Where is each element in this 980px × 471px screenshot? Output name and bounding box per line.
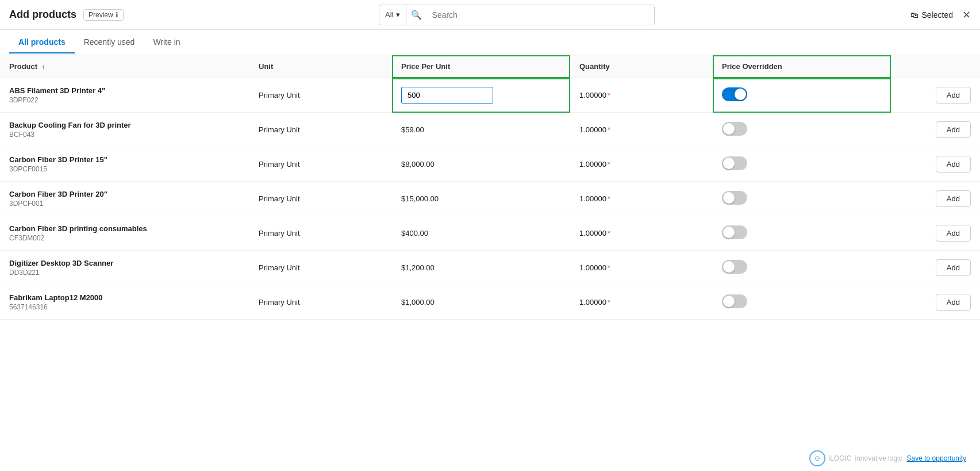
tabs-container: All products Recently used Write in bbox=[0, 30, 980, 55]
cell-unit-1: Primary Unit bbox=[249, 78, 392, 113]
toggle-knob-5 bbox=[723, 227, 735, 238]
cell-price-1[interactable] bbox=[392, 78, 570, 113]
cell-price-2: $59.00 bbox=[392, 113, 570, 147]
col-header-action bbox=[891, 55, 980, 78]
watermark-container: ⊙ iLOGIC innovative logic bbox=[809, 450, 902, 453]
cell-action-3: Add bbox=[891, 147, 980, 182]
cell-quantity-4: 1.00000* bbox=[570, 182, 713, 216]
toggle-switch-4[interactable] bbox=[722, 191, 747, 205]
cell-product-2: Backup Cooling Fan for 3D printerBCF043 bbox=[0, 113, 249, 147]
products-table: Product ↑ Unit Price Per Unit Quantity P… bbox=[0, 55, 980, 320]
add-button-6[interactable]: Add bbox=[936, 259, 971, 276]
table-row: Backup Cooling Fan for 3D printerBCF043P… bbox=[0, 113, 980, 147]
table-header-row: Product ↑ Unit Price Per Unit Quantity P… bbox=[0, 55, 980, 78]
toggle-switch-5[interactable] bbox=[722, 225, 747, 239]
required-star: * bbox=[608, 91, 610, 99]
cell-quantity-2: 1.00000* bbox=[570, 113, 713, 147]
cell-product-4: Carbon Fiber 3D Printer 20"3DPCF001 bbox=[0, 182, 249, 216]
col-header-price-per-unit: Price Per Unit bbox=[392, 55, 570, 78]
cell-override-3[interactable] bbox=[713, 147, 891, 182]
product-name: Carbon Fiber 3D printing consumables bbox=[9, 224, 240, 233]
toggle-switch-2[interactable] bbox=[722, 122, 747, 136]
search-filter-dropdown[interactable]: All ▾ bbox=[379, 5, 406, 25]
product-code: DD3D221 bbox=[9, 269, 240, 277]
product-name: Carbon Fiber 3D Printer 20" bbox=[9, 190, 240, 198]
table-row: Digitizer Desktop 3D ScannerDD3D221Prima… bbox=[0, 251, 980, 285]
toggle-knob-6 bbox=[723, 261, 735, 273]
cell-product-1: ABS Filament 3D Printer 4"3DPF022 bbox=[0, 78, 249, 113]
required-star: * bbox=[608, 298, 610, 307]
toggle-knob-4 bbox=[723, 192, 735, 204]
product-name: ABS Filament 3D Printer 4" bbox=[9, 86, 240, 95]
product-code: 3DPF022 bbox=[9, 96, 240, 104]
table-row: Carbon Fiber 3D Printer 20"3DPCF001Prima… bbox=[0, 182, 980, 216]
tab-all-products[interactable]: All products bbox=[9, 32, 75, 53]
cell-quantity-7: 1.00000* bbox=[570, 285, 713, 320]
close-button[interactable]: ✕ bbox=[962, 10, 971, 20]
toggle-switch-3[interactable] bbox=[722, 156, 747, 170]
tab-recently-used[interactable]: Recently used bbox=[75, 32, 144, 53]
required-star: * bbox=[608, 195, 610, 203]
selected-label: Selected bbox=[922, 10, 953, 20]
cell-override-5[interactable] bbox=[713, 216, 891, 251]
add-button-5[interactable]: Add bbox=[936, 225, 971, 242]
add-button-4[interactable]: Add bbox=[936, 190, 971, 207]
shopping-bag-icon: 🛍 bbox=[910, 10, 918, 20]
product-code: 3DPCF001 bbox=[9, 200, 240, 208]
search-filter-label: All bbox=[385, 10, 393, 19]
cell-unit-7: Primary Unit bbox=[249, 285, 392, 320]
add-button-1[interactable]: Add bbox=[936, 87, 971, 104]
cell-action-7: Add bbox=[891, 285, 980, 320]
table-row: ABS Filament 3D Printer 4"3DPF022Primary… bbox=[0, 78, 980, 113]
product-code: BCF043 bbox=[9, 131, 240, 139]
add-button-2[interactable]: Add bbox=[936, 121, 971, 138]
cell-quantity-3: 1.00000* bbox=[570, 147, 713, 182]
cell-price-7: $1,000.00 bbox=[392, 285, 570, 320]
cell-action-1: Add bbox=[891, 78, 980, 113]
required-star: * bbox=[608, 264, 610, 272]
info-icon: ℹ bbox=[116, 11, 118, 19]
col-header-product: Product ↑ bbox=[0, 55, 249, 78]
cell-unit-4: Primary Unit bbox=[249, 182, 392, 216]
cell-quantity-6: 1.00000* bbox=[570, 251, 713, 285]
cell-quantity-5: 1.00000* bbox=[570, 216, 713, 251]
toggle-switch-7[interactable] bbox=[722, 294, 747, 308]
cell-unit-2: Primary Unit bbox=[249, 113, 392, 147]
col-header-price-overridden: Price Overridden bbox=[713, 55, 891, 78]
watermark-icon: ⊙ bbox=[809, 450, 825, 453]
cell-action-6: Add bbox=[891, 251, 980, 285]
cell-override-6[interactable] bbox=[713, 251, 891, 285]
selected-button[interactable]: 🛍 Selected bbox=[910, 10, 953, 20]
preview-button[interactable]: Preview ℹ bbox=[83, 9, 124, 21]
cell-override-4[interactable] bbox=[713, 182, 891, 216]
price-input-1[interactable] bbox=[401, 87, 493, 104]
toggle-knob-1 bbox=[735, 89, 746, 100]
cell-product-5: Carbon Fiber 3D printing consumablesCF3D… bbox=[0, 216, 249, 251]
cell-override-7[interactable] bbox=[713, 285, 891, 320]
cell-override-2[interactable] bbox=[713, 113, 891, 147]
cell-product-3: Carbon Fiber 3D Printer 15"3DPCF0015 bbox=[0, 147, 249, 182]
search-input[interactable] bbox=[426, 5, 655, 25]
toggle-switch-1[interactable] bbox=[722, 87, 747, 101]
product-code: 5637146316 bbox=[9, 303, 240, 311]
header: Add products Preview ℹ All ▾ 🔍 🛍 Selecte… bbox=[0, 0, 980, 30]
search-container: All ▾ 🔍 bbox=[379, 5, 655, 25]
required-star: * bbox=[608, 229, 610, 238]
toggle-switch-6[interactable] bbox=[722, 260, 747, 274]
cell-unit-3: Primary Unit bbox=[249, 147, 392, 182]
tab-write-in[interactable]: Write in bbox=[144, 32, 189, 53]
cell-price-6: $1,200.00 bbox=[392, 251, 570, 285]
col-header-quantity: Quantity bbox=[570, 55, 713, 78]
page-title: Add products bbox=[9, 9, 76, 21]
chevron-down-icon: ▾ bbox=[396, 10, 400, 19]
cell-action-4: Add bbox=[891, 182, 980, 216]
add-button-3[interactable]: Add bbox=[936, 156, 971, 173]
cell-unit-6: Primary Unit bbox=[249, 251, 392, 285]
toggle-knob-2 bbox=[723, 123, 735, 135]
header-right: 🛍 Selected ✕ bbox=[910, 10, 971, 20]
cell-override-1[interactable] bbox=[713, 78, 891, 113]
product-name: Fabrikam Laptop12 M2000 bbox=[9, 293, 240, 302]
add-button-7[interactable]: Add bbox=[936, 294, 971, 311]
cell-unit-5: Primary Unit bbox=[249, 216, 392, 251]
cell-product-6: Digitizer Desktop 3D ScannerDD3D221 bbox=[0, 251, 249, 285]
